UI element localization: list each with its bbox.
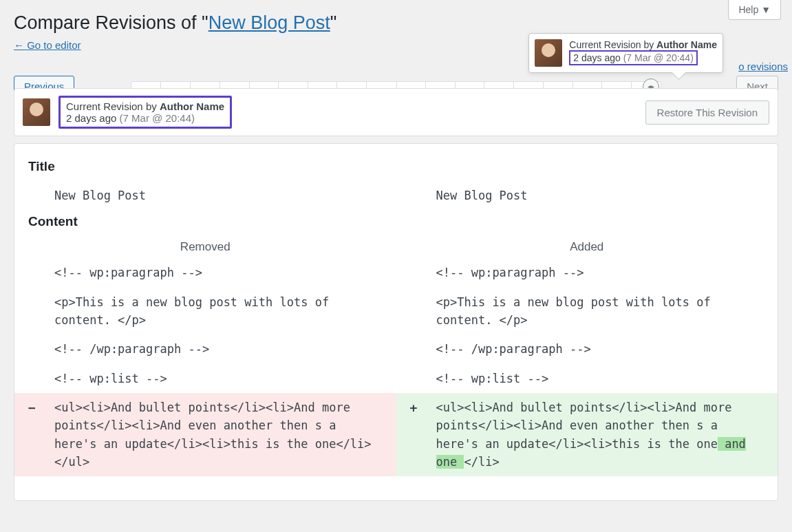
diff-area: Title New Blog Post New Blog Post Conten… [14,143,778,501]
cell-right: <!-- wp:list --> [396,364,778,393]
tooltip-text: Current Revision by Author Name 2 days a… [569,39,717,65]
added-header: Added [396,240,778,254]
avatar [23,98,50,126]
title-left: New Blog Post [14,181,396,210]
section-title: Title [14,155,778,181]
content-row: <!-- /wp:paragraph --> <!-- /wp:paragrap… [14,334,778,363]
added-text-pre: <ul><li>And bullet points</li><li>And mo… [436,401,732,451]
page-title: Compare Revisions of "New Blog Post" [0,0,792,36]
page-title-prefix: Compare Revisions of " [14,12,208,33]
cell-left: <!-- wp:list --> [14,364,396,393]
tooltip-time-rel: 2 days ago [573,52,623,63]
cell-right: <!-- wp:paragraph --> [396,258,778,287]
minus-icon: − [28,398,36,418]
post-title-link[interactable]: New Blog Post [208,12,330,33]
tooltip-time-abs: (7 Mar @ 20:44) [623,52,694,63]
cell-right-added: + <ul><li>And bullet points</li><li>And … [396,393,778,476]
content-row: <!-- wp:list --> <!-- wp:list --> [14,364,778,393]
meta-line1: Current Revision by Author Name [66,100,224,112]
meta-time-abs: (7 Mar @ 20:44) [120,112,195,124]
meta-author: Author Name [160,100,224,112]
meta-prefix: Current Revision by [66,100,160,112]
page-title-suffix: " [330,12,337,33]
revision-meta-highlight: Current Revision by Author Name 2 days a… [58,96,232,129]
meta-line2: 2 days ago (7 Mar @ 20:44) [66,112,224,124]
avatar [535,39,562,67]
diff-header: Removed Added [14,236,778,258]
cell-left: <!-- /wp:paragraph --> [14,334,396,363]
cell-right: <p>This is a new blog post with lots of … [396,288,778,335]
cell-right: <!-- /wp:paragraph --> [396,334,778,363]
cell-left: <!-- wp:paragraph --> [14,258,396,287]
revision-tooltip: Current Revision by Author Name 2 days a… [528,33,723,73]
compare-two-link[interactable]: o revisions [738,61,788,72]
tooltip-author: Author Name [656,39,717,50]
removed-header: Removed [14,240,396,254]
content-row: <!-- wp:paragraph --> <!-- wp:paragraph … [14,258,778,287]
cell-left-removed: − <ul><li>And bullet points</li><li>And … [14,393,396,476]
help-dropdown[interactable]: Help ▼ [728,0,781,20]
meta-time-rel: 2 days ago [66,112,120,124]
added-text-post: </li> [464,455,499,469]
title-row: New Blog Post New Blog Post [14,181,778,210]
cell-left: <p>This is a new blog post with lots of … [14,288,396,335]
tooltip-line2: 2 days ago (7 Mar @ 20:44) [569,50,698,65]
tooltip-line1: Current Revision by Author Name [569,39,717,50]
plus-icon: + [410,398,418,418]
removed-text: <ul><li>And bullet points</li><li>And mo… [54,401,372,469]
tooltip-prefix: Current Revision by [569,39,656,50]
go-to-editor-link[interactable]: ← Go to editor [14,39,81,51]
content-row: <p>This is a new blog post with lots of … [14,288,778,335]
restore-button[interactable]: Restore This Revision [645,100,769,125]
revision-meta-bar: Current Revision by Author Name 2 days a… [14,88,778,136]
section-content: Content [14,210,778,236]
content-diff-row: − <ul><li>And bullet points</li><li>And … [14,393,778,476]
title-right: New Blog Post [396,181,778,210]
